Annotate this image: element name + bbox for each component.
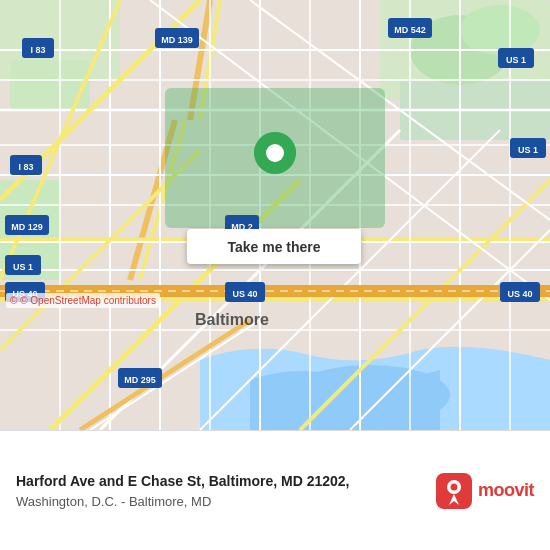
svg-text:I 83: I 83 bbox=[18, 162, 33, 172]
map-container: Baltimore I 83 I 83 MD 139 MD 542 US 1 U… bbox=[0, 0, 550, 430]
moovit-icon bbox=[436, 473, 472, 509]
svg-text:MD 139: MD 139 bbox=[161, 35, 193, 45]
svg-text:Baltimore: Baltimore bbox=[195, 311, 269, 328]
svg-point-81 bbox=[450, 483, 457, 490]
svg-text:US 40: US 40 bbox=[507, 289, 532, 299]
svg-point-78 bbox=[266, 144, 284, 162]
take-me-there-button[interactable]: Take me there bbox=[187, 229, 361, 264]
svg-point-6 bbox=[460, 5, 540, 55]
svg-text:US 40: US 40 bbox=[232, 289, 257, 299]
osm-attribution: © © OpenStreetMap contributors bbox=[6, 293, 160, 308]
map-background: Baltimore I 83 I 83 MD 139 MD 542 US 1 U… bbox=[0, 0, 550, 430]
take-me-there-label: Take me there bbox=[227, 239, 320, 255]
moovit-logo: moovit bbox=[436, 473, 534, 509]
svg-text:US 1: US 1 bbox=[518, 145, 538, 155]
region-line: Washington, D.C. - Baltimore, MD bbox=[16, 494, 424, 509]
moovit-brand-text: moovit bbox=[478, 480, 534, 501]
info-bar: Harford Ave and E Chase St, Baltimore, M… bbox=[0, 430, 550, 550]
svg-text:MD 542: MD 542 bbox=[394, 25, 426, 35]
svg-text:US 1: US 1 bbox=[506, 55, 526, 65]
svg-text:MD 129: MD 129 bbox=[11, 222, 43, 232]
location-pin bbox=[242, 130, 308, 210]
address-line: Harford Ave and E Chase St, Baltimore, M… bbox=[16, 472, 424, 492]
svg-text:US 1: US 1 bbox=[13, 262, 33, 272]
info-text: Harford Ave and E Chase St, Baltimore, M… bbox=[16, 472, 424, 509]
svg-text:I 83: I 83 bbox=[30, 45, 45, 55]
svg-text:MD 295: MD 295 bbox=[124, 375, 156, 385]
